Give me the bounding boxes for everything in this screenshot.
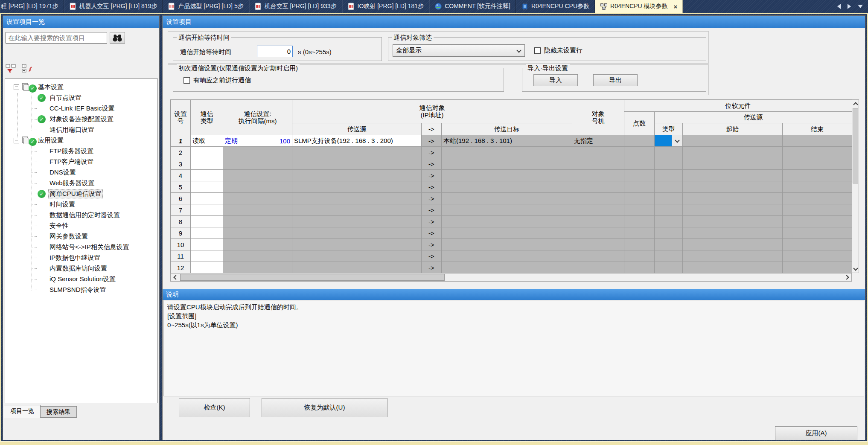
cell-points[interactable] [624,216,655,227]
tree-collapse-icon[interactable] [14,84,19,90]
document-tab-6[interactable]: COMMENT [软元件注释] [429,0,516,13]
tab-item-list[interactable]: 项目一览 [4,405,41,418]
cell-source[interactable] [292,227,422,239]
tree-item-13[interactable]: 数据通信用的定时器设置 [5,210,157,221]
tree-item-4[interactable]: ✓对象设备连接配置设置 [5,114,157,125]
cell-interval[interactable] [261,147,292,158]
cell-interval[interactable] [261,239,292,250]
tree-item-10[interactable]: Web服务器设置 [5,178,157,189]
cell-comm-type[interactable] [191,193,223,204]
collapse-all-icon[interactable] [5,64,17,74]
tree-item-14[interactable]: 安全性 [5,221,157,231]
tree-item-3[interactable]: CC-Link IEF Basic设置 [5,103,157,114]
document-tab-8[interactable]: R04ENCPU 模块参数× [595,0,683,13]
document-tab-5[interactable]: IO映射 [PRG] [LD] 181步 [342,0,430,13]
expand-all-icon[interactable] [21,64,33,74]
cell-bit-type[interactable] [655,239,683,250]
cell-bit-type[interactable] [655,181,683,193]
cell-bit-type[interactable] [655,216,683,227]
cell-bit-type[interactable] [655,227,683,239]
cell-start[interactable] [683,181,783,193]
cell-target[interactable]: 本站(192 . 168 . 3 . 101) [442,135,572,147]
table-vertical-scrollbar[interactable] [852,99,859,273]
apply-button[interactable]: 应用(A) [775,426,857,440]
tab-list-icon[interactable] [858,5,863,8]
cell-interval[interactable] [261,204,292,216]
tree-item-5[interactable]: 通信用端口设置 [5,125,157,135]
cell-comm-setting[interactable] [223,262,261,273]
document-tab-4[interactable]: 机台交互 [PRG] [LD] 933步 [249,0,342,13]
tree-item-12[interactable]: 时间设置 [5,199,157,210]
comm-until-response-checkbox[interactable] [184,77,190,84]
cell-comm-setting[interactable] [223,170,261,181]
cell-comm-setting[interactable] [223,239,261,250]
cell-target-unit[interactable] [572,250,624,262]
cell-points[interactable] [624,239,655,250]
tab-search-results[interactable]: 搜索结果 [40,406,77,418]
cell-comm-setting[interactable] [223,250,261,262]
cell-comm-type[interactable] [191,227,223,239]
scroll-up-icon[interactable] [852,100,859,107]
tree-collapse-icon[interactable] [14,138,19,143]
document-tab-7[interactable]: R04ENCPU CPU参数 [516,0,595,13]
scroll-down-icon[interactable] [852,265,859,272]
cell-comm-type[interactable]: 读取 [191,135,223,147]
cell-interval[interactable]: 100 [261,135,292,147]
cell-target-unit[interactable] [572,204,624,216]
cell-points[interactable] [624,204,655,216]
cell-interval[interactable] [261,158,292,170]
cell-comm-type[interactable] [191,170,223,181]
cell-start[interactable] [683,262,783,273]
cell-comm-setting[interactable] [223,227,261,239]
cell-source[interactable]: SLMP支持设备(192 . 168 . 3 . 200) [292,135,422,147]
cell-target[interactable] [442,227,572,239]
cell-target-unit[interactable] [572,147,624,158]
cell-end[interactable] [783,170,852,181]
cell-end[interactable] [783,262,852,273]
document-tab-1[interactable]: 程 [PRG] [LD] 1971步 [0,0,64,13]
cell-comm-setting[interactable] [223,204,261,216]
tree-item-17[interactable]: IP数据包中继设置 [5,253,157,263]
cell-target[interactable] [442,147,572,158]
cell-end[interactable] [783,216,852,227]
cell-comm-setting[interactable]: 定期 [223,135,261,147]
cell-target-unit[interactable] [572,158,624,170]
cell-source[interactable] [292,204,422,216]
cell-target[interactable] [442,239,572,250]
cell-comm-type[interactable] [191,181,223,193]
cell-comm-type[interactable] [191,239,223,250]
cell-target-unit[interactable] [572,193,624,204]
cell-source[interactable] [292,216,422,227]
cell-interval[interactable] [261,181,292,193]
cell-interval[interactable] [261,250,292,262]
cell-points[interactable] [624,135,655,147]
cell-comm-type[interactable] [191,158,223,170]
hide-unset-rows-checkbox[interactable] [534,47,541,54]
scroll-right-icon[interactable] [843,273,851,281]
tree-item-11[interactable]: ✓简单CPU通信设置 [5,189,157,199]
cell-source[interactable] [292,147,422,158]
cell-points[interactable] [624,170,655,181]
tree-item-2[interactable]: ✓自节点设置 [5,93,157,103]
cell-points[interactable] [624,262,655,273]
chevron-down-icon[interactable] [672,135,682,146]
tree-item-15[interactable]: 网关参数设置 [5,231,157,242]
cell-source[interactable] [292,239,422,250]
cell-start[interactable] [683,135,783,147]
cell-target[interactable] [442,181,572,193]
cell-source[interactable] [292,158,422,170]
cell-end[interactable] [783,193,852,204]
vertical-scroll-thumb[interactable] [853,108,858,183]
cell-end[interactable] [783,147,852,158]
cell-bit-type[interactable] [655,204,683,216]
tree-item-1[interactable]: ✓基本设置 [5,82,157,93]
tree-item-19[interactable]: iQ Sensor Solution设置 [5,274,157,285]
cell-comm-setting[interactable] [223,216,261,227]
cell-source[interactable] [292,170,422,181]
cell-points[interactable] [624,250,655,262]
cell-end[interactable] [783,227,852,239]
tree-item-9[interactable]: DNS设置 [5,167,157,178]
cell-comm-setting[interactable] [223,158,261,170]
cell-start[interactable] [683,204,783,216]
tree-item-18[interactable]: 内置数据库访问设置 [5,263,157,274]
